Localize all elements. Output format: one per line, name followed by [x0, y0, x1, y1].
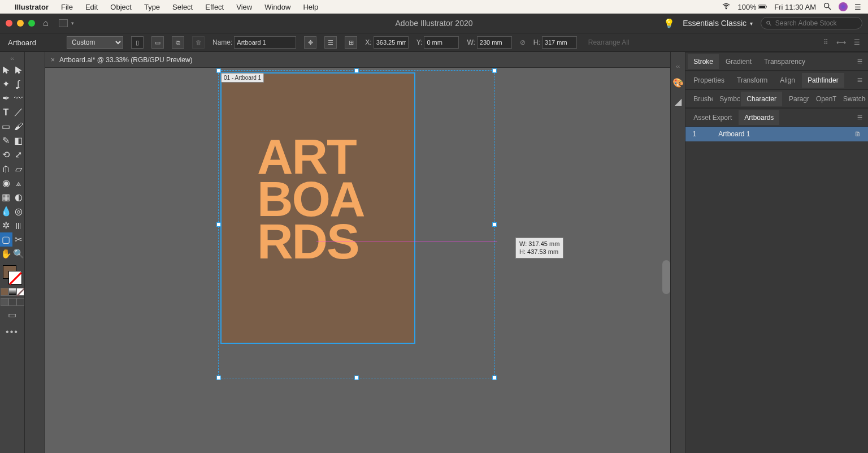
home-button[interactable]: ⌂	[43, 18, 49, 28]
scale-tool[interactable]: ⤢	[12, 148, 25, 162]
color-mode-color[interactable]	[1, 288, 8, 296]
delete-artboard-button[interactable]: 🗑	[192, 36, 205, 49]
spotlight-icon[interactable]	[823, 2, 832, 12]
tab-transform[interactable]: Transform	[731, 73, 773, 88]
menu-help[interactable]: Help	[298, 3, 323, 11]
resize-marquee[interactable]	[218, 70, 495, 378]
handle-s[interactable]	[354, 376, 359, 380]
menu-type[interactable]: Type	[140, 3, 164, 11]
panel-menu-icon[interactable]: ☰	[854, 38, 860, 46]
canvas[interactable]: 01 - Artboard 1 ART BOA RDS W: 317.45 mm	[45, 68, 670, 453]
y-input[interactable]	[424, 36, 459, 49]
app-name[interactable]: Illustrator	[10, 3, 53, 11]
search-stock-input[interactable]	[775, 19, 857, 27]
type-tool[interactable]: T	[0, 105, 12, 119]
siri-icon[interactable]	[839, 2, 848, 11]
mesh-tool[interactable]: ▦	[0, 190, 12, 204]
tab-pathfinder[interactable]: Pathfinder	[802, 73, 844, 88]
tab-asset-export[interactable]: Asset Export	[688, 110, 737, 125]
lasso-tool[interactable]: ʆ	[12, 77, 25, 91]
menu-select[interactable]: Select	[168, 3, 197, 11]
tab-swatches[interactable]: Swatche	[837, 92, 866, 106]
w-input[interactable]	[477, 36, 512, 49]
paintbrush-tool[interactable]: 🖌	[12, 119, 25, 133]
artboard-options-button[interactable]: ☰	[324, 36, 337, 49]
handle-nw[interactable]	[216, 68, 221, 73]
clock[interactable]: Fri 11:30 AM	[774, 3, 816, 11]
zoom-tool[interactable]: 🔍	[12, 247, 25, 261]
menu-window[interactable]: Window	[260, 3, 295, 11]
artboard-options-icon[interactable]: 🗎	[854, 130, 861, 138]
tab-brushes[interactable]: Brushe	[688, 92, 713, 106]
symbol-sprayer-tool[interactable]: ✲	[0, 218, 12, 232]
window-zoom[interactable]	[28, 20, 35, 27]
curvature-tool[interactable]: 〰	[12, 91, 25, 105]
fill-stroke-swatches[interactable]	[2, 264, 23, 286]
handle-n[interactable]	[354, 68, 359, 73]
eraser-tool[interactable]: ◧	[12, 133, 25, 148]
line-segment-tool[interactable]: ／	[12, 105, 25, 119]
hand-tool[interactable]: ✋	[0, 247, 12, 261]
panel-menu-2[interactable]: ≡	[854, 75, 866, 85]
link-wh-icon[interactable]: ⊘	[520, 38, 526, 46]
handle-w[interactable]	[216, 222, 221, 227]
arrange-documents[interactable]	[59, 19, 68, 27]
menu-object[interactable]: Object	[106, 3, 136, 11]
eyedropper-tool[interactable]: 💧	[0, 204, 12, 218]
search-adobe-stock[interactable]	[761, 17, 862, 29]
draw-mode-normal[interactable]	[1, 298, 8, 306]
x-input[interactable]	[374, 36, 409, 49]
handle-ne[interactable]	[492, 68, 497, 73]
screen-mode-button[interactable]: ▭	[8, 309, 16, 320]
workspace-switcher[interactable]: Essentials Classic ▾	[683, 19, 753, 28]
width-tool[interactable]: ⫛	[0, 162, 12, 176]
color-mode-gradient[interactable]	[8, 288, 16, 296]
perspective-grid-tool[interactable]: ⟁	[12, 176, 25, 190]
artboard-preset-select[interactable]: Custom	[67, 36, 123, 49]
battery-status[interactable]: 100%	[737, 2, 767, 11]
window-minimize[interactable]	[17, 20, 24, 27]
blend-tool[interactable]: ◎	[12, 204, 25, 218]
menu-file[interactable]: File	[57, 3, 77, 11]
tab-symbols[interactable]: Symbol	[714, 92, 740, 106]
tab-character[interactable]: Character	[741, 92, 782, 106]
tab-opentype[interactable]: OpenTy	[810, 92, 836, 106]
panel-dock-collapse-icon[interactable]: ‹‹	[676, 63, 680, 70]
toolbar-collapse-icon[interactable]: ‹‹	[10, 55, 14, 62]
tab-artboards[interactable]: Artboards	[739, 110, 779, 125]
handle-e[interactable]	[492, 222, 497, 227]
menu-effect[interactable]: Effect	[201, 3, 228, 11]
tab-transparency[interactable]: Transparency	[758, 54, 811, 69]
panel-menu-1[interactable]: ≡	[854, 57, 866, 67]
handle-sw[interactable]	[216, 376, 221, 380]
draw-mode-inside[interactable]	[16, 298, 24, 306]
artboard-tool[interactable]: ▢	[0, 232, 12, 247]
tab-gradient[interactable]: Gradient	[720, 54, 757, 69]
rearrange-all-button[interactable]: Rearrange All	[588, 38, 630, 46]
tab-paragraph[interactable]: Paragra	[783, 92, 809, 106]
tab-properties[interactable]: Properties	[688, 73, 730, 88]
h-input[interactable]	[542, 36, 577, 49]
handle-se[interactable]	[492, 376, 497, 380]
gpu-indicator-icon[interactable]: 💡	[663, 18, 675, 29]
artboard-list-row[interactable]: 1 Artboard 1 🗎	[685, 127, 868, 141]
document-tab[interactable]: × Artboard.ai* @ 33.33% (RGB/GPU Preview…	[45, 52, 670, 68]
pen-tool[interactable]: ✒	[0, 91, 12, 105]
menu-edit[interactable]: Edit	[81, 3, 102, 11]
scrollbar-vertical[interactable]	[662, 260, 670, 294]
color-panel-icon[interactable]: 🎨	[672, 77, 684, 88]
move-artwork-toggle[interactable]: ✥	[304, 36, 316, 49]
stroke-swatch[interactable]	[8, 271, 22, 284]
rectangle-tool[interactable]: ▭	[0, 119, 12, 133]
direct-selection-tool[interactable]	[12, 63, 25, 77]
magic-wand-tool[interactable]: ✦	[0, 77, 12, 91]
panel-menu-4[interactable]: ≡	[854, 113, 866, 123]
notification-center-icon[interactable]: ☰	[854, 3, 861, 11]
slice-tool[interactable]: ✂	[12, 232, 25, 247]
align-options-icon[interactable]: ⠿	[823, 38, 828, 46]
color-guide-panel-icon[interactable]: ◢	[675, 96, 682, 107]
distribute-options-icon[interactable]: ⟷	[836, 38, 846, 46]
gradient-tool[interactable]: ◐	[12, 190, 25, 204]
edit-toolbar-button[interactable]: •••	[6, 327, 19, 337]
selection-tool[interactable]	[0, 63, 12, 77]
